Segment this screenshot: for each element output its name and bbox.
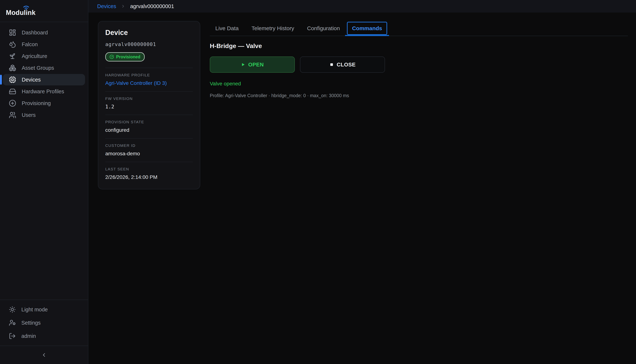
footer-item-label: admin: [21, 333, 36, 339]
field-value: amorosa-demo: [105, 151, 193, 156]
topbar: Devices agrvalv000000001: [88, 0, 636, 12]
theme-toggle-light-mode[interactable]: Light mode: [0, 303, 88, 316]
command-buttons-row: OPEN CLOSE: [210, 56, 628, 73]
tab-configuration[interactable]: Configuration: [306, 24, 340, 32]
badge-row: Provisioned: [105, 52, 193, 68]
user-gear-icon: [9, 319, 16, 326]
sidebar-item-asset-groups[interactable]: Asset Groups: [3, 62, 85, 74]
brand-name: Modulink: [6, 9, 36, 16]
footer-item-label: Light mode: [21, 306, 48, 313]
sidebar-spacer: [0, 121, 88, 300]
field-label: PROVISION STATE: [105, 120, 193, 124]
sidebar-item-dashboard[interactable]: Dashboard: [3, 27, 85, 38]
valve-open-button[interactable]: OPEN: [210, 56, 295, 73]
wifi-icon: [23, 5, 30, 10]
sidebar-item-label: Users: [22, 112, 36, 118]
sidebar-item-label: Provisioning: [22, 100, 51, 106]
cpu-icon: [9, 76, 16, 83]
sidebar-item-label: Falcon: [22, 42, 38, 48]
droplets-icon: [9, 41, 16, 48]
device-card: Device agrvalv000000001 Provisioned HARD…: [98, 21, 200, 189]
field-fw-version: FW VERSION 1.2: [105, 92, 193, 115]
hardware-profile-link[interactable]: Agri-Valve Controller (ID 3): [105, 80, 193, 86]
field-value: 2/26/2026, 2:14:00 PM: [105, 174, 193, 180]
sidebar-nav: Dashboard Falcon Agriculture Asset Group…: [0, 22, 88, 121]
field-value: configured: [105, 127, 193, 133]
close-button-label: CLOSE: [337, 62, 356, 68]
commands-section-title: H-Bridge — Valve: [210, 42, 628, 50]
plus-circle-icon: [9, 100, 16, 107]
sidebar-item-devices[interactable]: Devices: [3, 74, 85, 86]
field-label: FW VERSION: [105, 96, 193, 101]
chevron-right-icon: [121, 4, 125, 8]
profile-caption: Profile: Agri-Valve Controller · hbridge…: [210, 93, 628, 98]
sidebar-collapse-button[interactable]: [39, 350, 49, 360]
command-status-message: Valve opened: [210, 81, 628, 87]
field-last-seen: LAST SEEN 2/26/2026, 2:14:00 PM: [105, 162, 193, 181]
content: Device agrvalv000000001 Provisioned HARD…: [88, 12, 636, 364]
device-id: agrvalv000000001: [105, 42, 193, 47]
sidebar-item-label: Dashboard: [22, 30, 48, 36]
device-card-title: Device: [105, 29, 193, 36]
sidebar-collapse-row: [0, 346, 88, 364]
play-icon: [241, 62, 245, 67]
status-badge-label: Provisioned: [116, 54, 140, 60]
field-label: LAST SEEN: [105, 167, 193, 171]
sidebar-item-agriculture[interactable]: Agriculture: [3, 50, 85, 62]
field-provision-state: PROVISION STATE configured: [105, 115, 193, 138]
app-root: Modulink Dashboard Falcon Agriculture: [0, 0, 636, 364]
open-button-label: OPEN: [248, 62, 264, 68]
sidebar-item-label: Agriculture: [22, 53, 47, 59]
status-badge-provisioned: Provisioned: [105, 52, 145, 62]
tab-bar: Live Data Telemetry History Configuratio…: [210, 21, 628, 36]
sidebar-item-label: Devices: [22, 77, 41, 83]
field-hardware-profile: HARDWARE PROFILE Agri-Valve Controller (…: [105, 68, 193, 92]
breadcrumb-devices-link[interactable]: Devices: [97, 3, 116, 10]
device-detail-panel: Live Data Telemetry History Configuratio…: [210, 21, 628, 364]
sidebar-item-hardware-profiles[interactable]: Hardware Profiles: [3, 86, 85, 97]
field-label: CUSTOMER ID: [105, 143, 193, 148]
tab-live-data[interactable]: Live Data: [214, 24, 240, 32]
chevron-left-icon: [41, 352, 47, 358]
sidebar-item-users[interactable]: Users: [3, 109, 85, 121]
field-customer-id: CUSTOMER ID amorosa-demo: [105, 138, 193, 162]
sun-icon: [9, 306, 16, 313]
sidebar-item-provisioning[interactable]: Provisioning: [3, 98, 85, 109]
footer-item-label: Settings: [21, 320, 41, 326]
breadcrumb-current: agrvalv000000001: [130, 3, 174, 10]
boxes-icon: [9, 64, 16, 72]
valve-close-button[interactable]: CLOSE: [300, 56, 385, 73]
sidebar-item-label: Hardware Profiles: [22, 88, 64, 94]
sidebar-footer: Light mode Settings admin: [0, 300, 88, 346]
sprout-icon: [9, 52, 16, 60]
tab-commands[interactable]: Commands: [347, 22, 387, 35]
logout-admin[interactable]: admin: [0, 330, 88, 343]
hard-drive-icon: [9, 88, 16, 95]
users-icon: [9, 111, 16, 119]
sidebar-item-settings[interactable]: Settings: [0, 316, 88, 330]
stop-icon: [330, 62, 334, 67]
tab-telemetry-history[interactable]: Telemetry History: [251, 24, 295, 32]
logout-icon: [9, 332, 16, 340]
sidebar-item-falcon[interactable]: Falcon: [3, 39, 85, 50]
dashboard-grid-icon: [9, 29, 16, 36]
field-label: HARDWARE PROFILE: [105, 73, 193, 77]
sidebar-item-label: Asset Groups: [22, 65, 54, 71]
field-value: 1.2: [105, 104, 193, 110]
main-area: Devices agrvalv000000001 Device agrvalv0…: [88, 0, 636, 364]
brand-logo: Modulink: [0, 0, 88, 22]
check-circle-icon: [110, 55, 114, 59]
sidebar: Modulink Dashboard Falcon Agriculture: [0, 0, 88, 364]
